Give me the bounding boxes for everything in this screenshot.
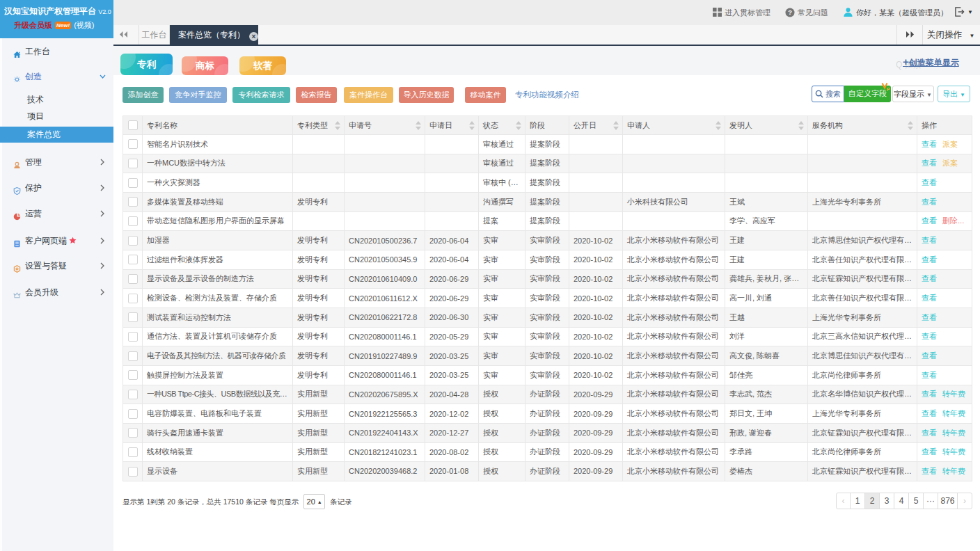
- svg-text:P: P: [887, 87, 890, 92]
- svg-text:?: ?: [788, 9, 792, 16]
